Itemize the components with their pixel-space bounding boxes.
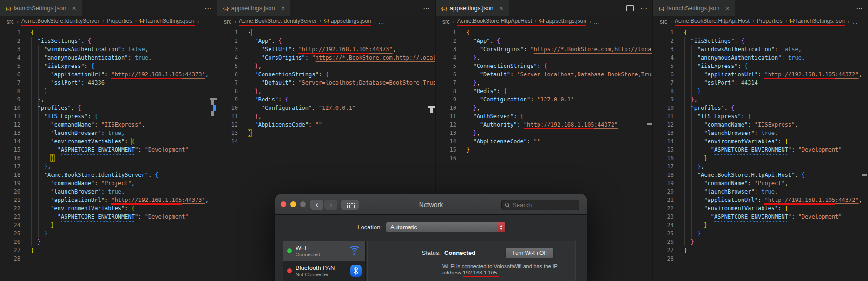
breadcrumb-item[interactable]: launchSettings.json: [146, 18, 194, 24]
tab-close-icon[interactable]: ×: [281, 5, 285, 12]
breadcrumb-item[interactable]: …: [379, 19, 384, 25]
code-line[interactable]: 7 },: [436, 79, 652, 87]
more-actions-icon[interactable]: ⋯: [204, 4, 212, 13]
code-line[interactable]: 24 }: [0, 221, 217, 229]
code-line[interactable]: 10 },: [436, 104, 652, 112]
service-row-bluetooth-pan[interactable]: Bluetooth PANNot Connected: [283, 261, 365, 281]
forward-button[interactable]: ›: [324, 200, 337, 210]
code-line[interactable]: 15}: [436, 146, 652, 154]
code-line[interactable]: 7 "Default": "Server=localhost;Database=…: [217, 79, 435, 87]
breadcrumb-item[interactable]: appsettings.json: [546, 18, 586, 24]
code-line[interactable]: 3 "SelfUrl": "http://192.168.1.105:44373…: [217, 45, 435, 54]
code-line[interactable]: 4 "CorsOrigins": "https://*.BookStore.co…: [217, 54, 435, 62]
breadcrumb-item[interactable]: src: [660, 19, 667, 25]
tab-close-icon[interactable]: ×: [500, 5, 503, 12]
code-line[interactable]: 16 }: [653, 154, 868, 162]
code-line[interactable]: 4 "anonymousAuthentication": true,: [0, 54, 217, 62]
code-line[interactable]: 22 "environmentVariables": {: [653, 204, 868, 213]
breadcrumb-item[interactable]: …: [594, 19, 599, 25]
breadcrumb-item[interactable]: Properties: [106, 18, 132, 24]
code-line[interactable]: 10 "profiles": {: [0, 104, 217, 112]
code-line[interactable]: 1{: [653, 28, 868, 37]
code-line[interactable]: 8 }: [653, 87, 868, 95]
code-line[interactable]: 25 }: [0, 229, 217, 238]
tab-launchSettings.json[interactable]: {..}launchSettings.json×: [653, 0, 735, 16]
code-line[interactable]: 10 "profiles": {: [653, 104, 868, 112]
show-all-button[interactable]: [341, 200, 359, 210]
code-line[interactable]: 22 "environmentVariables": {: [0, 204, 217, 213]
code-line[interactable]: 5 "iisExpress": {: [653, 62, 868, 70]
code-line[interactable]: 1{: [436, 28, 652, 37]
code-line[interactable]: 15 "ASPNETCORE_ENVIRONMENT": "Developmen…: [0, 146, 217, 154]
code-line[interactable]: 3 "windowsAuthentication": false,: [653, 45, 868, 54]
code-line[interactable]: 20 "launchBrowser": true,: [653, 187, 868, 196]
code-line[interactable]: 27}: [653, 246, 868, 254]
breadcrumb[interactable]: src›Acme.BookStore.IdentityServer›Proper…: [0, 16, 217, 27]
more-actions-icon[interactable]: ⋯: [640, 4, 648, 13]
code-line[interactable]: 11 "IIS Express": {: [0, 112, 217, 120]
code-line[interactable]: 9 "Configuration": "127.0.0.1": [436, 95, 652, 104]
code-line[interactable]: 16 }: [0, 154, 217, 162]
tab-close-icon[interactable]: ×: [725, 5, 729, 12]
code-line[interactable]: 9 },: [653, 95, 868, 104]
code-line[interactable]: 3 "windowsAuthentication": false,: [0, 45, 217, 54]
code-line[interactable]: 25 }: [653, 229, 868, 238]
back-button[interactable]: ‹: [310, 200, 323, 210]
code-line[interactable]: 5 "iisExpress": {: [0, 62, 217, 70]
code-line[interactable]: 1{: [217, 28, 435, 37]
code-line[interactable]: 6 "ConnectionStrings": {: [217, 70, 435, 79]
more-actions-icon[interactable]: ⋯: [423, 4, 430, 13]
code-line[interactable]: 11 "IIS Express": {: [653, 112, 868, 120]
code-line[interactable]: 28: [653, 254, 868, 263]
code-line[interactable]: 23 "ASPNETCORE_ENVIRONMENT": "Developmen…: [0, 213, 217, 221]
tab-launchSettings.json[interactable]: {..}launchSettings.json×: [0, 0, 82, 16]
code-line[interactable]: 21 "applicationUrl": "http://192.168.1.1…: [0, 196, 217, 204]
code-line[interactable]: 28: [0, 254, 217, 263]
code-line[interactable]: 13}: [217, 129, 435, 137]
code-line[interactable]: 10 "Configuration": "127.0.0.1": [217, 104, 435, 112]
code-line[interactable]: 21 "applicationUrl": "http://192.168.1.1…: [653, 196, 868, 204]
code-line[interactable]: 1{: [0, 28, 217, 37]
code-line[interactable]: 15 "ASPNETCORE_ENVIRONMENT": "Developmen…: [653, 146, 868, 154]
breadcrumb-item[interactable]: Acme.BookStore.IdentityServer: [239, 18, 316, 24]
code-line[interactable]: 8 },: [217, 87, 435, 95]
tab-close-icon[interactable]: ×: [72, 5, 76, 12]
tab-appsettings.json[interactable]: {..}appsettings.json×: [436, 0, 509, 16]
code-line[interactable]: 18 "Acme.BookStore.HttpApi.Host": {: [653, 171, 868, 179]
code-editor[interactable]: 1{2 "iisSettings": {3 "windowsAuthentica…: [653, 27, 868, 281]
breadcrumb-item[interactable]: Properties: [757, 18, 783, 24]
code-line[interactable]: 20 "launchBrowser": true,: [0, 187, 217, 196]
breadcrumb[interactable]: src›Acme.BookStore.HttpApi.Host›{..}apps…: [436, 16, 652, 27]
code-line[interactable]: 23 "ASPNETCORE_ENVIRONMENT": "Developmen…: [653, 213, 868, 221]
code-line[interactable]: 4 },: [436, 54, 652, 62]
code-line[interactable]: 12 "Authority": "http://192.168.1.105:44…: [436, 120, 652, 129]
code-line[interactable]: 12 "commandName": "IISExpress",: [653, 120, 868, 129]
code-line[interactable]: 12 "AbpLicenseCode": "": [217, 120, 435, 129]
dialog-titlebar[interactable]: Network ‹ › Search: [275, 194, 587, 215]
breadcrumb-item[interactable]: src: [224, 19, 231, 25]
code-line[interactable]: 2 "iisSettings": {: [0, 37, 217, 45]
code-line[interactable]: 14 "AbpLicenseCode": "": [436, 137, 652, 146]
code-line[interactable]: 9 "Redis": {: [217, 95, 435, 104]
breadcrumb-item[interactable]: src: [442, 19, 450, 25]
code-line[interactable]: 26 }: [0, 238, 217, 246]
code-line[interactable]: 3 "CorsOrigins": "https://*.BookStore.co…: [436, 45, 652, 54]
code-line[interactable]: 13 "launchBrowser": true,: [0, 129, 217, 137]
code-line[interactable]: 13 "launchBrowser": true,: [653, 129, 868, 137]
code-editor[interactable]: 1{2 "iisSettings": {3 "windowsAuthentica…: [0, 27, 217, 281]
code-line[interactable]: 2 "App": {: [217, 37, 435, 45]
location-dropdown[interactable]: Automatic: [386, 222, 506, 233]
service-row-wi-fi[interactable]: Wi-FiConnected: [283, 241, 365, 261]
code-line[interactable]: 19 "commandName": "Project",: [0, 179, 217, 187]
breadcrumb[interactable]: src›Acme.BookStore.HttpApi.Host›Properti…: [653, 16, 868, 27]
code-line[interactable]: 5 "ConnectionStrings": {: [436, 62, 652, 70]
code-line[interactable]: 24 }: [653, 221, 868, 229]
code-line[interactable]: 17 },: [653, 162, 868, 171]
code-line[interactable]: 19 "commandName": "Project",: [653, 179, 868, 187]
breadcrumb-item[interactable]: Acme.BookStore.HttpApi.Host: [675, 18, 750, 24]
code-line[interactable]: 12 "commandName": "IISExpress",: [0, 120, 217, 129]
code-line[interactable]: 18 "Acme.BookStore.IdentityServer": {: [0, 171, 217, 179]
code-line[interactable]: 6 "applicationUrl": "http://192.168.1.10…: [0, 70, 217, 79]
code-line[interactable]: 13 },: [436, 129, 652, 137]
breadcrumb-item[interactable]: launchSettings.json: [796, 18, 845, 24]
